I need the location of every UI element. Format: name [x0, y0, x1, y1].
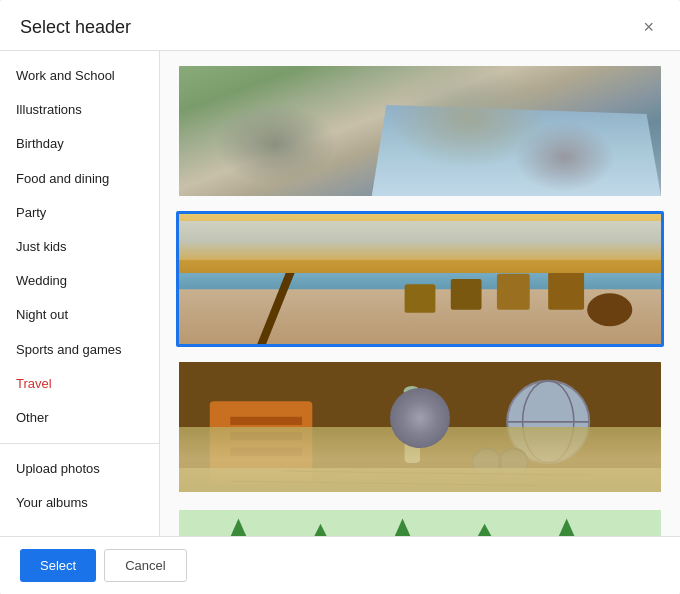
image-item-travel[interactable]: [176, 359, 664, 495]
svg-rect-7: [405, 284, 436, 313]
svg-line-26: [282, 471, 590, 475]
svg-point-22: [472, 449, 501, 478]
sidebar-item-your-albums[interactable]: Your albums: [0, 486, 159, 520]
sidebar-item-wedding[interactable]: Wedding: [0, 264, 159, 298]
svg-rect-8: [451, 279, 482, 310]
image-item-illustrated[interactable]: 🐦: [176, 507, 664, 536]
sidebar: Work and SchoolIllustrationsBirthdayFood…: [0, 51, 160, 536]
svg-rect-24: [499, 458, 502, 468]
svg-point-5: [266, 223, 379, 260]
sidebar-item-other[interactable]: Other: [0, 401, 159, 435]
content-area: 🐦: [160, 51, 680, 536]
travel-svg: [179, 362, 661, 492]
svg-rect-14: [230, 417, 302, 425]
svg-rect-12: [179, 362, 661, 492]
select-header-dialog: Select header × Work and SchoolIllustrat…: [0, 0, 680, 594]
beach-svg: [179, 214, 661, 344]
sidebar-item-upload-photos[interactable]: Upload photos: [0, 452, 159, 486]
cancel-button[interactable]: Cancel: [104, 549, 186, 582]
dialog-footer: Select Cancel: [0, 536, 680, 594]
image-item-rocky[interactable]: [176, 63, 664, 199]
svg-rect-15: [230, 432, 302, 440]
svg-rect-9: [497, 274, 530, 310]
sidebar-item-sports-and-games[interactable]: Sports and games: [0, 333, 159, 367]
svg-point-11: [587, 293, 632, 326]
dialog-header: Select header ×: [0, 0, 680, 51]
svg-rect-16: [230, 448, 302, 456]
image-beach: [179, 214, 661, 344]
image-rocky: [179, 66, 661, 196]
sidebar-item-food-and-dining[interactable]: Food and dining: [0, 162, 159, 196]
close-button[interactable]: ×: [637, 16, 660, 38]
svg-rect-13: [210, 401, 313, 483]
svg-point-18: [404, 386, 420, 396]
svg-rect-28: [179, 510, 661, 536]
sidebar-item-night-out[interactable]: Night out: [0, 298, 159, 332]
svg-rect-25: [179, 468, 661, 492]
svg-rect-1: [179, 214, 661, 269]
svg-point-23: [499, 449, 528, 478]
svg-rect-10: [548, 269, 584, 310]
dialog-body: Work and SchoolIllustrationsBirthdayFood…: [0, 51, 680, 536]
svg-line-27: [230, 481, 538, 485]
select-button[interactable]: Select: [20, 549, 96, 582]
svg-rect-17: [405, 391, 420, 463]
sidebar-item-illustrations[interactable]: Illustrations: [0, 93, 159, 127]
image-item-beach[interactable]: [176, 211, 664, 347]
image-travel: [179, 362, 661, 492]
sidebar-item-travel[interactable]: Travel: [0, 367, 159, 401]
dialog-title: Select header: [20, 17, 131, 38]
svg-point-6: [297, 218, 389, 247]
sidebar-item-just-kids[interactable]: Just kids: [0, 230, 159, 264]
sidebar-item-party[interactable]: Party: [0, 196, 159, 230]
illustrated-svg: 🐦: [179, 510, 661, 536]
image-illustrated: 🐦: [179, 510, 661, 536]
sidebar-divider: [0, 443, 159, 444]
sidebar-item-birthday[interactable]: Birthday: [0, 127, 159, 161]
sidebar-item-work-and-school[interactable]: Work and School: [0, 59, 159, 93]
